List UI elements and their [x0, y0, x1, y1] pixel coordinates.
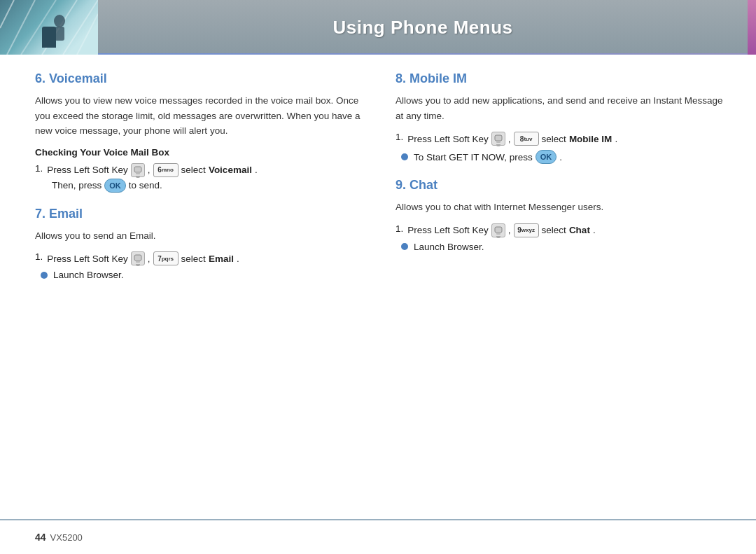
model-number: VX5200 [50, 532, 83, 543]
key-7: 7pqrs [153, 251, 178, 265]
bullet-text: Launch Browser. [414, 242, 484, 252]
section-9-steps: 1. Press Left Soft Key , 9wxyz select Ch… [396, 223, 728, 237]
step-bold-label: Mobile IM [569, 134, 612, 144]
header-title: Using Phone Menus [98, 17, 748, 39]
comma: , [508, 225, 511, 235]
svg-rect-10 [134, 255, 141, 261]
right-column: 8. Mobile IM Allows you to add new appli… [396, 71, 728, 505]
footer: 44 VX5200 [0, 519, 756, 554]
step-number: 1. [35, 251, 43, 262]
bullet-dot [401, 153, 408, 160]
ok-key: OK [104, 179, 126, 193]
step-text: Press Left Soft Key [47, 254, 128, 264]
section-6-step2: Then, press OK to send. [52, 179, 368, 193]
section-6: 6. Voicemail Allows you to view new voic… [35, 71, 368, 193]
section-9-body: Allows you to chat with Internet Messeng… [396, 200, 728, 215]
main-content: 6. Voicemail Allows you to view new voic… [0, 55, 756, 519]
step-number: 1. [35, 163, 43, 174]
step-number: 1. [396, 223, 403, 234]
section-7-body: Allows you to send an Email. [35, 228, 368, 244]
step-text: Press Left Soft Key [407, 134, 489, 144]
comma: , [148, 254, 150, 264]
section-6-title: 6. Voicemail [35, 71, 368, 86]
svg-rect-8 [134, 167, 141, 172]
key-8: 8tuv [514, 132, 539, 146]
section-6-step1: 1. Press Left Soft Key , 6mno select Voi… [35, 163, 368, 177]
header: Using Phone Menus [0, 0, 756, 55]
section-6-subheading: Checking Your Voice Mail Box [35, 147, 368, 158]
section-9-step1: 1. Press Left Soft Key , 9wxyz select Ch… [396, 223, 728, 237]
svg-rect-7 [55, 27, 64, 41]
svg-rect-12 [495, 135, 502, 141]
section-8-body: Allows you to add new applications, and … [396, 93, 728, 123]
bullet-prefix: To Start GET IT NOW, press [414, 152, 533, 162]
section-7: 7. Email Allows you to send an Email. 1.… [35, 207, 368, 281]
left-column: 6. Voicemail Allows you to view new voic… [35, 71, 368, 505]
svg-rect-13 [496, 141, 500, 143]
section-8-steps: 1. Press Left Soft Key , 8tuv select Mob… [396, 132, 728, 146]
svg-rect-9 [136, 172, 140, 174]
soft-key-icon [491, 223, 505, 237]
then-text: Then, press [52, 180, 102, 191]
section-8-title: 8. Mobile IM [396, 71, 728, 86]
section-7-steps: 1. Press Left Soft Key , 7pqrs select Em… [35, 251, 368, 265]
select-text: select [181, 165, 206, 175]
key-9: 9wxyz [514, 223, 539, 237]
section-8-step1: 1. Press Left Soft Key , 8tuv select Mob… [396, 132, 728, 146]
svg-line-2 [21, 0, 56, 55]
page-number: 44 [35, 532, 46, 543]
header-image [0, 0, 98, 55]
step-text: Press Left Soft Key [407, 225, 489, 235]
svg-line-1 [7, 0, 35, 55]
svg-line-5 [77, 14, 98, 55]
step-text: Press Left Soft Key [47, 165, 128, 175]
section-7-title: 7. Email [35, 207, 368, 221]
soft-key-icon [131, 251, 145, 265]
section-9: 9. Chat Allows you to chat with Internet… [396, 178, 728, 252]
bullet-dot [41, 272, 48, 279]
step-bold-label: Voicemail [209, 165, 252, 175]
bullet-suffix: . [559, 152, 562, 162]
header-accent [748, 0, 756, 55]
comma: , [148, 165, 150, 175]
select-text: select [542, 134, 566, 144]
key-6: 6mno [153, 163, 178, 177]
svg-rect-11 [136, 261, 140, 263]
select-text: select [542, 225, 566, 235]
section-6-steps: 1. Press Left Soft Key , 6mno select Voi… [35, 163, 368, 177]
soft-key-icon [491, 132, 505, 146]
section-9-bullet: Launch Browser. [396, 242, 728, 252]
section-7-bullet: Launch Browser. [35, 270, 368, 280]
section-6-body: Allows you to view new voice messages re… [35, 93, 368, 139]
bullet-dot [401, 243, 408, 250]
step-number: 1. [396, 132, 403, 142]
bullet-text: Launch Browser. [53, 270, 124, 280]
step-bold-label: Chat [569, 225, 590, 235]
svg-rect-14 [495, 227, 502, 233]
svg-point-6 [54, 15, 65, 27]
section-8: 8. Mobile IM Allows you to add new appli… [396, 71, 728, 164]
svg-rect-15 [496, 233, 500, 235]
ok-key: OK [536, 150, 557, 164]
select-text: select [181, 254, 206, 264]
section-8-bullet: To Start GET IT NOW, press OK . [396, 150, 728, 164]
header-line [98, 53, 748, 55]
comma: , [508, 134, 511, 144]
soft-key-icon [131, 163, 145, 177]
section-9-title: 9. Chat [396, 178, 728, 193]
section-7-step1: 1. Press Left Soft Key , 7pqrs select Em… [35, 251, 368, 265]
to-send-text: to send. [129, 180, 162, 191]
svg-line-0 [0, 0, 14, 28]
step-bold-label: Email [209, 254, 234, 264]
